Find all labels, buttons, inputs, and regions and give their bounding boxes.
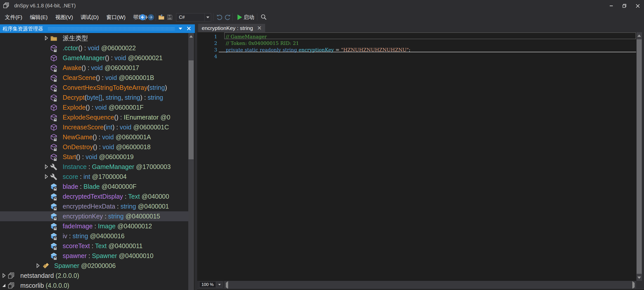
zoom-dropdown-button[interactable] [216, 281, 223, 288]
navigate-forward-button[interactable] [147, 13, 155, 21]
assembly-explorer-tree[interactable]: 派生类型.cctor() : void @06000022GameManager… [0, 33, 195, 290]
chevron-down-icon [206, 16, 209, 18]
code-editor[interactable]: 1// GameManager2// Token: 0x04000015 RID… [197, 32, 636, 281]
editor-horizontal-scrollbar[interactable] [224, 281, 636, 288]
tree-row-iv-field[interactable]: iv : string @04000016 [0, 231, 188, 241]
tree-row-start[interactable]: Start() : void @06000019 [0, 152, 188, 162]
method-icon [50, 104, 57, 111]
menu-item-2[interactable]: 视图(V) [52, 11, 77, 23]
redo-button[interactable] [224, 13, 231, 21]
zoom-level-combobox[interactable]: 100 % [199, 281, 216, 288]
tree-row-encryptionkey-field[interactable]: encryptionKey : string @04000015 [0, 211, 188, 221]
tree-row-label: mscorlib (4.0.0.0) [20, 281, 69, 290]
field-icon [50, 183, 57, 190]
scroll-up-icon[interactable] [188, 34, 194, 39]
menu-item-0[interactable]: 文件(F) [1, 11, 26, 23]
tree-row-decrypt[interactable]: Decrypt(byte[], string, string) : string [0, 93, 188, 103]
panel-menu-icon[interactable] [179, 28, 182, 30]
language-value: C# [176, 15, 205, 20]
tree-row-ondestroy[interactable]: OnDestroy() : void @06000018 [0, 142, 188, 152]
undo-button[interactable] [216, 13, 223, 21]
tree-row-explode[interactable]: Explode() : void @0600001F [0, 103, 188, 112]
scroll-right-icon[interactable] [632, 283, 635, 287]
tree-row-netstandard-assembly[interactable]: netstandard (2.0.0.0) [0, 271, 188, 281]
start-debug-label[interactable]: 启动 [244, 11, 254, 23]
tree-row-encryptedhexdata-field[interactable]: encryptedHexData : string @0400001 [0, 201, 188, 211]
expander-collapsed-icon[interactable] [43, 35, 49, 41]
close-button[interactable] [632, 2, 643, 10]
tree-row-gamemanager-ctor[interactable]: GameManager() : void @06000021 [0, 53, 188, 63]
tree-row-label: .cctor() : void @06000022 [63, 43, 136, 53]
menu-bar: 文件(F)编辑(E)视图(V)调试(D)窗口(W)帮助(H) [1, 11, 155, 23]
expander-collapsed-icon[interactable] [43, 174, 49, 180]
tree-scrollbar-thumb[interactable] [189, 60, 194, 159]
lock-icon [53, 197, 57, 201]
tree-row-blade-field[interactable]: blade : Blade @0400000F [0, 182, 188, 192]
menu-item-1[interactable]: 编辑(E) [26, 11, 52, 23]
field-icon [50, 243, 57, 250]
tree-row-mscorlib-assembly[interactable]: mscorlib (4.0.0.0) [0, 281, 188, 290]
tree-row-increasescore[interactable]: IncreaseScore(int) : void @0600001C [0, 122, 188, 132]
assembly-icon [8, 282, 15, 289]
language-dropdown-button[interactable] [205, 13, 211, 21]
tree-row-label: netstandard (2.0.0.0) [20, 271, 79, 281]
method-icon [50, 74, 57, 81]
editor-scrollbar-thumb[interactable] [637, 39, 642, 274]
tree-row-label: ClearScene() : void @0600001B [63, 73, 154, 83]
field-icon [50, 252, 57, 260]
tree-row-score-property[interactable]: score : int @17000004 [0, 172, 188, 182]
start-debug-button[interactable] [236, 13, 244, 21]
tree-row-awake[interactable]: Awake() : void @06000017 [0, 63, 188, 73]
tree-row-decryptedtextdisplay-field[interactable]: decryptedTextDisplay : Text @040000 [0, 192, 188, 201]
tree-row-label: Instance : GameManager @17000003 [63, 162, 171, 172]
tree-row-cctor[interactable]: .cctor() : void @06000022 [0, 43, 188, 53]
tree-row-spawner-field[interactable]: spawner : Spawner @04000010 [0, 251, 188, 261]
line-number: 4 [197, 53, 217, 60]
open-file-button[interactable] [158, 13, 165, 21]
expander-expanded-icon[interactable] [1, 282, 7, 288]
panel-drag-texture [48, 27, 175, 30]
language-combobox[interactable]: C# [176, 13, 211, 22]
assembly-explorer-header[interactable]: 程序集资源管理器 ✕ [0, 24, 195, 33]
menu-item-4[interactable]: 窗口(W) [103, 11, 129, 23]
scroll-up-icon[interactable] [636, 33, 642, 38]
lock-icon [53, 157, 57, 161]
scroll-left-icon[interactable] [226, 283, 228, 287]
lock-icon [53, 78, 57, 82]
tree-row-scoretext-field[interactable]: scoreText : Text @04000011 [0, 241, 188, 251]
tree-row-label: IncreaseScore(int) : void @0600001C [63, 122, 169, 132]
minimize-button[interactable] [606, 2, 617, 10]
tree-row-spawner-class[interactable]: Spawner @02000006 [0, 261, 188, 271]
tree-row-label: Start() : void @06000019 [63, 152, 134, 162]
toolbar-separator [257, 13, 257, 21]
editor-bottom-bar: 100 % [197, 281, 642, 288]
menu-item-3[interactable]: 调试(D) [77, 11, 103, 23]
editor-vertical-scrollbar[interactable] [636, 32, 642, 281]
tree-row-label: GameManager() : void @06000021 [63, 53, 163, 63]
code-line-1: // GameManager [226, 33, 267, 40]
tree-row-label: Decrypt(byte[], string, string) : string [63, 93, 163, 103]
tree-row-newgame[interactable]: NewGame() : void @0600001A [0, 132, 188, 142]
tree-row-derived-types[interactable]: 派生类型 [0, 33, 188, 43]
expander-collapsed-icon[interactable] [35, 263, 41, 269]
tree-row-label: blade : Blade @0400000F [63, 182, 137, 192]
tab-close-icon[interactable]: ✕ [257, 25, 262, 31]
restore-button[interactable] [619, 2, 630, 10]
tree-row-explodesequence[interactable]: ExplodeSequence() : IEnumerator @0 [0, 112, 188, 122]
scroll-down-icon[interactable] [636, 276, 642, 280]
expander-collapsed-icon[interactable] [43, 164, 49, 170]
class-icon [42, 262, 49, 269]
tree-row-instance-property[interactable]: Instance : GameManager @17000003 [0, 162, 188, 172]
tab-encryptionkey[interactable]: encryptionKey : string ✕ [198, 24, 265, 32]
tree-row-fadeimage-field[interactable]: fadeImage : Image @04000012 [0, 221, 188, 231]
tree-row-clearscene[interactable]: ClearScene() : void @0600001B [0, 73, 188, 83]
panel-close-icon[interactable]: ✕ [186, 24, 191, 33]
tree-row-converthexstringtobytearray[interactable]: ConvertHexStringToByteArray(string) [0, 83, 188, 93]
lock-icon [53, 246, 57, 250]
save-all-button[interactable] [166, 13, 174, 21]
search-button[interactable] [260, 13, 267, 21]
expander-collapsed-icon[interactable] [1, 272, 7, 279]
tree-scrollbar[interactable] [188, 33, 194, 290]
method-icon [50, 144, 57, 151]
navigate-back-button[interactable] [139, 13, 146, 21]
